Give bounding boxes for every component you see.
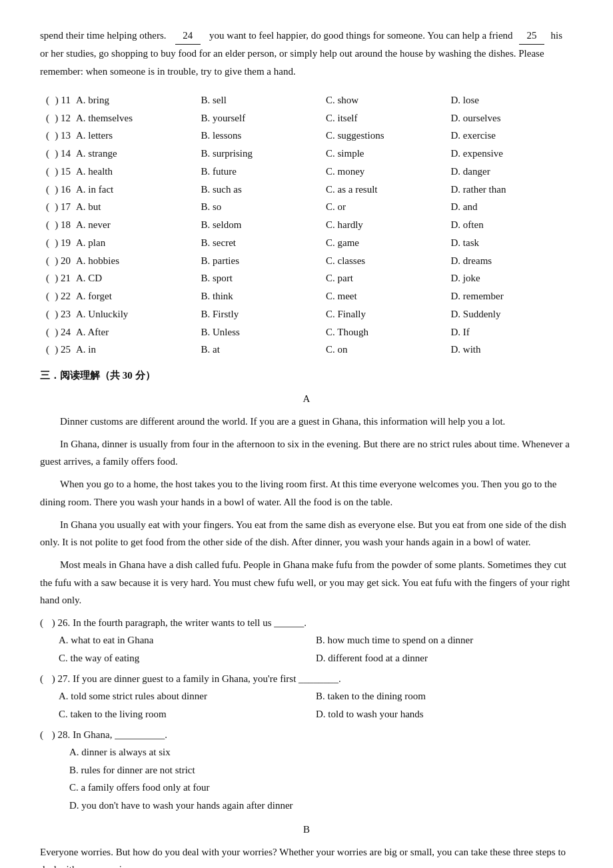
question-row-23: ( ) 23 A. Unluckily B. Firstly C. Finall… [40,306,573,323]
q-opt-a: A. strange [73,145,199,162]
q-opt-a: A. bring [73,92,199,109]
comp-questions-a: ( ) 26. In the fourth paragraph, the wri… [40,614,573,815]
comp-num: ) 26. [49,615,73,631]
question-row-20: ( ) 20 A. hobbies B. parties C. classes … [40,253,573,269]
q-paren: ( [40,199,49,215]
q-opt-a: A. letters [73,127,199,144]
q-options: A. strange B. surprising C. simple D. ex… [73,145,573,162]
comp-q-26: ( ) 26. In the fourth paragraph, the wri… [40,614,573,667]
comp-text: In the fourth paragraph, the writer want… [73,614,573,631]
q-opt-d: D. task [448,235,574,251]
q-number: ) 19 [49,235,73,251]
q-opt-a: A. Unluckily [73,306,199,323]
q-options: A. never B. seldom C. hardly D. often [73,217,573,233]
q-number: ) 14 [49,145,73,162]
question-row-17: ( ) 17 A. but B. so C. or D. and [40,199,573,215]
comp-paren: ( [40,671,49,687]
q-opt-d: D. exercise [448,127,574,144]
comp-paren: ( [40,727,49,743]
q-number: ) 15 [49,163,73,180]
q-opt-d: D. expensive [448,145,574,162]
q-number: ) 21 [49,270,73,287]
q-paren: ( [40,163,49,180]
passage-a-title: A [40,391,573,407]
q-opt-a: A. CD [73,270,199,287]
comp-opt-c: C. a family offers food only at four [69,779,573,797]
q-number: ) 18 [49,217,73,233]
q-opt-c: C. on [323,341,448,358]
q-opt-a: A. plan [73,235,199,251]
q-opt-b: B. sport [199,270,324,287]
q-opt-b: B. future [199,163,324,180]
q-opt-d: D. often [448,217,574,233]
q-opt-d: D. danger [448,163,574,180]
q-options: A. but B. so C. or D. and [73,199,573,215]
q-opt-a: A. never [73,217,199,233]
question-row-21: ( ) 21 A. CD B. sport C. part D. joke [40,270,573,287]
q-paren: ( [40,288,49,305]
q-opt-c: C. as a result [323,181,448,198]
blank-25: 25 [519,27,544,45]
q-opt-c: C. hardly [323,217,448,233]
q-opt-a: A. forget [73,288,199,305]
comp-q-27: ( ) 27. If you are dinner guest to a fam… [40,670,573,723]
q-opt-b: B. seldom [199,217,324,233]
q-paren: ( [40,181,49,198]
comp-opt-c: C. the way of eating [59,649,316,667]
q-options: A. in B. at C. on D. with [73,341,573,358]
q-opt-c: C. game [323,235,448,251]
q-options: A. After B. Unless C. Though D. If [73,324,573,341]
q-opt-c: C. itself [323,110,448,127]
q-opt-b: B. so [199,199,324,215]
q-opt-a: A. themselves [73,110,199,127]
q-opt-c: C. Finally [323,306,448,323]
q-number: ) 24 [49,324,73,341]
q-opt-b: B. at [199,341,324,358]
q-opt-c: C. Though [323,324,448,341]
q-number: ) 22 [49,288,73,305]
q-options: A. in fact B. such as C. as a result D. … [73,181,573,198]
comp-opt-d: D. different food at a dinner [316,649,573,667]
q-paren: ( [40,324,49,341]
q-opt-c: C. show [323,92,448,109]
q-paren: ( [40,92,49,109]
comp-q-28: ( ) 28. In Ghana, __________. A. dinner … [40,726,573,815]
q-opt-b: B. secret [199,235,324,251]
q-options: A. letters B. lessons C. suggestions D. … [73,127,573,144]
comp-opt-d: D. you don't have to wash your hands aga… [69,797,573,815]
comp-opt-a: A. dinner is always at six [69,743,573,761]
q-number: ) 23 [49,306,73,323]
q-number: ) 25 [49,341,73,358]
q-opt-b: B. lessons [199,127,324,144]
q-opt-c: C. classes [323,253,448,269]
q-opt-c: C. suggestions [323,127,448,144]
q-opt-b: B. Firstly [199,306,324,323]
comp-opt-b: B. rules for dinner are not strict [69,761,573,779]
intro-line1-post: you want to feel happier, do good things… [209,30,513,41]
q-opt-b: B. think [199,288,324,305]
q-paren: ( [40,235,49,251]
questions-grid: ( ) 11 A. bring B. sell C. show D. lose … [40,92,573,358]
q-number: ) 12 [49,110,73,127]
q-paren: ( [40,306,49,323]
q-opt-a: A. hobbies [73,253,199,269]
q-paren: ( [40,217,49,233]
q-paren: ( [40,341,49,358]
q-number: ) 13 [49,127,73,144]
q-opt-d: D. with [448,341,574,358]
comp-text: In Ghana, __________. [73,726,573,743]
comp-opt-b: B. taken to the dining room [316,687,573,705]
q-opt-b: B. parties [199,253,324,269]
q-opt-a: A. in fact [73,181,199,198]
intro-paragraph: spend their time helping others. 24 you … [40,27,573,80]
question-row-25: ( ) 25 A. in B. at C. on D. with [40,341,573,358]
q-options: A. bring B. sell C. show D. lose [73,92,573,109]
question-row-16: ( ) 16 A. in fact B. such as C. as a res… [40,181,573,198]
q-opt-d: D. rather than [448,181,574,198]
q-opt-d: D. and [448,199,574,215]
q-opt-d: D. Suddenly [448,306,574,323]
passage-a-para-3: When you go to a home, the host takes yo… [40,475,573,511]
q-opt-b: B. Unless [199,324,324,341]
passage-b-title: B [40,821,573,838]
q-paren: ( [40,270,49,287]
